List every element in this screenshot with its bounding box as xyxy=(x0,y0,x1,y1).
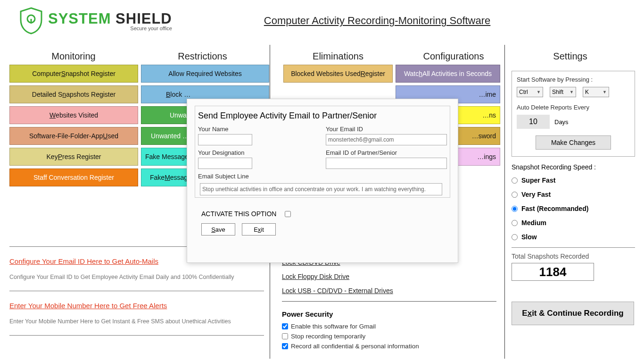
enable-gmail-checkbox[interactable]: Enable this software for Gmail xyxy=(282,323,494,330)
shield-icon xyxy=(18,7,44,35)
total-snapshots-label: Total Snapshots Recorded xyxy=(512,253,635,260)
col-header-settings: Settings xyxy=(512,51,628,62)
speed-slow-radio[interactable]: Slow xyxy=(512,233,635,241)
svg-rect-1 xyxy=(31,19,32,24)
staff-conversation-button[interactable]: Staff Conversation Register xyxy=(9,168,138,186)
auto-delete-days-value[interactable]: 10 xyxy=(517,115,550,129)
designation-label: Your Designation xyxy=(198,149,319,156)
days-text: Days xyxy=(554,118,569,126)
your-name-input[interactable] xyxy=(198,134,252,145)
logo-text: SYSTEM SHIELD xyxy=(48,10,172,27)
software-used-button[interactable]: Software-File-Folder-App Used xyxy=(9,127,138,145)
snapshot-register-button[interactable]: Computer Snapshot Register xyxy=(9,65,138,83)
app-title: Computer Activity Recording-Monitoring S… xyxy=(264,15,491,27)
speed-super-fast-radio[interactable]: Super Fast xyxy=(512,177,635,184)
stop-recording-checkbox[interactable]: Stop recording temporarily xyxy=(282,333,494,340)
configure-email-desc: Configure Your Email ID to Get Employee … xyxy=(9,274,264,280)
subject-input[interactable] xyxy=(200,183,442,195)
mobile-number-desc: Enter Your Mobile Number Here to Get Ins… xyxy=(9,318,264,325)
col-header-eliminations: Eliminations xyxy=(277,51,399,62)
speed-medium-radio[interactable]: Medium xyxy=(512,219,635,227)
col-header-monitoring: Monitoring xyxy=(9,51,138,62)
lock-usb-link[interactable]: Lock USB - CD/DVD - External Drives xyxy=(282,287,494,295)
partner-email-input[interactable] xyxy=(326,158,447,169)
your-email-label: Your Email ID xyxy=(326,126,447,133)
start-software-label: Start Software by Pressing : xyxy=(517,76,630,83)
save-button[interactable]: Save xyxy=(201,223,235,236)
your-name-label: Your Name xyxy=(198,126,319,133)
speed-very-fast-radio[interactable]: Very Fast xyxy=(512,191,635,198)
hotkey-select-2[interactable]: Shift▼ xyxy=(550,87,576,97)
auto-delete-label: Auto Delete Reports Every xyxy=(517,104,630,111)
exit-continue-button[interactable]: Exit & Continue Recording xyxy=(512,302,634,325)
send-email-dialog: Send Employee Activity Email to Partner/… xyxy=(187,99,458,263)
blocked-websites-register-button[interactable]: Blocked Websites Used Register xyxy=(283,65,393,83)
lock-floppy-link[interactable]: Lock Floppy Disk Drive xyxy=(282,273,494,280)
total-snapshots-value: 1184 xyxy=(512,263,594,281)
subject-label: Email Subject Line xyxy=(198,173,447,180)
designation-input[interactable] xyxy=(198,158,252,169)
detailed-snapshots-button[interactable]: Detailed Snapshots Register xyxy=(9,85,138,103)
make-changes-button[interactable]: Make Changes xyxy=(536,135,611,150)
record-confidential-checkbox[interactable]: Record all confidential & personal infor… xyxy=(282,343,494,350)
mobile-number-link[interactable]: Enter Your Mobile Number Here to Get Fre… xyxy=(9,302,264,310)
chevron-down-icon: ▼ xyxy=(570,90,574,94)
logo: SYSTEM SHIELD Secure your office xyxy=(18,7,172,35)
speed-fast-radio[interactable]: Fast (Recommanded) xyxy=(512,205,635,212)
settings-panel: Start Software by Pressing : Ctrl▼ Shift… xyxy=(512,71,635,325)
hotkey-select-1[interactable]: Ctrl▼ xyxy=(517,87,543,97)
activate-label: ACTIVATE THIS OPTION xyxy=(201,210,276,218)
websites-visited-button[interactable]: Websites Visited xyxy=(9,106,138,124)
header: SYSTEM SHIELD Secure your office Compute… xyxy=(0,0,644,39)
column-headers: Monitoring Restrictions Eliminations Con… xyxy=(0,51,644,62)
your-email-input[interactable] xyxy=(326,134,447,145)
dialog-title: Send Employee Activity Email to Partner/… xyxy=(196,111,449,126)
partner-email-label: Email ID of Partner/Senior xyxy=(326,149,447,156)
right-lower-panel: Lock CD/DVD Drive Lock Floppy Disk Drive… xyxy=(282,259,494,353)
col-header-configurations: Configurations xyxy=(399,51,508,62)
chevron-down-icon: ▼ xyxy=(537,90,541,94)
activate-checkbox[interactable] xyxy=(285,211,291,217)
allow-websites-button[interactable]: Allow Required Websites xyxy=(141,65,269,83)
hotkey-select-3[interactable]: K▼ xyxy=(583,87,609,97)
snapshot-speed-title: Snapshot Recording Speed : xyxy=(512,163,635,171)
exit-button[interactable]: Exit xyxy=(242,223,276,236)
col-header-restrictions: Restrictions xyxy=(138,51,267,62)
chevron-down-icon: ▼ xyxy=(603,90,607,94)
power-security-title: Power Security xyxy=(282,310,494,318)
keypress-register-button[interactable]: KeyPress Register xyxy=(9,148,138,166)
logo-subtitle: Secure your office xyxy=(48,25,172,31)
watch-activities-button[interactable]: Watch All Activities in Seconds xyxy=(396,65,500,83)
